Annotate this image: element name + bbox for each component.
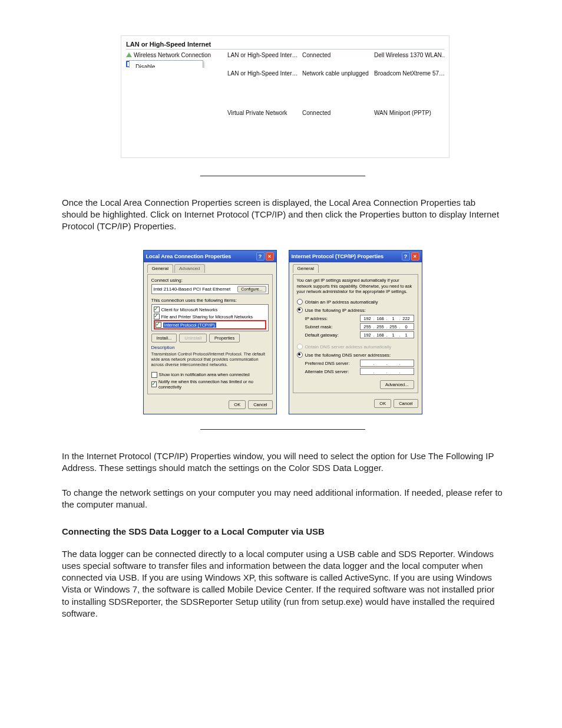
help-icon[interactable]: ? xyxy=(256,252,265,261)
gateway-field[interactable]: 192. 168. 1. 1 xyxy=(360,331,414,338)
conn-status: Connected xyxy=(302,52,373,58)
radio-manual-dns[interactable]: Use the following DNS server addresses: xyxy=(297,351,414,359)
tab-general[interactable]: General xyxy=(293,264,319,273)
items-label: This connection uses the following items… xyxy=(151,298,269,303)
list-item[interactable]: Client for Microsoft Networks xyxy=(154,306,266,313)
pref-dns-label: Preferred DNS server: xyxy=(305,361,350,366)
close-icon[interactable]: × xyxy=(411,252,419,261)
checkbox[interactable] xyxy=(154,307,160,312)
alt-dns-label: Alternate DNS server: xyxy=(305,369,349,374)
dlg-title: Local Area Connection Properties xyxy=(146,253,232,259)
conn-device: WAN Miniport (PPTP) xyxy=(374,110,445,116)
highlight-box: Internet Protocol (TCP/IP) xyxy=(154,320,266,330)
subnet-field[interactable]: 255. 255. 255. 0 xyxy=(360,323,414,330)
paragraph: To change the network settings on your c… xyxy=(62,487,503,511)
subnet-label: Subnet mask: xyxy=(305,324,333,330)
dlg-tcpip: Internet Protocol (TCP/IP) Properties ? … xyxy=(289,250,422,414)
wireless-icon xyxy=(126,52,132,57)
list-item[interactable]: File and Printer Sharing for Microsoft N… xyxy=(154,313,266,320)
alt-dns-field[interactable]: ... xyxy=(360,368,414,375)
net-heading: LAN or High-Speed Internet xyxy=(126,39,444,50)
description-text: Transmission Control Protocol/Internet P… xyxy=(151,351,269,367)
paragraph: The data logger can be connected directl… xyxy=(62,548,503,620)
paragraph: In the Internet Protocol (TCP/IP) Proper… xyxy=(62,450,503,475)
dlg-lacp: Local Area Connection Properties ? × Gen… xyxy=(143,250,277,414)
dlg-title: Internet Protocol (TCP/IP) Properties xyxy=(292,253,384,259)
cancel-button[interactable]: Cancel xyxy=(248,400,272,409)
list-item[interactable]: Internet Protocol (TCP/IP) xyxy=(156,321,265,328)
radio-manual-ip[interactable]: Use the following IP address: xyxy=(297,306,414,314)
checkbox[interactable] xyxy=(154,314,160,319)
checkbox[interactable] xyxy=(151,381,157,387)
context-menu: Disable Status Repair Bridge Connections… xyxy=(129,60,203,68)
properties-button[interactable]: Properties xyxy=(209,334,240,342)
conn-status: Network cable unplugged xyxy=(302,70,373,77)
conn-device: Dell Wireless 1370 WLAN… xyxy=(374,52,445,58)
rule xyxy=(200,429,365,430)
tab-general[interactable]: General xyxy=(147,264,173,273)
conn-type: Virtual Private Network xyxy=(227,110,301,116)
description-label: Description xyxy=(151,345,269,350)
install-button[interactable]: Install... xyxy=(151,334,177,342)
conn-status: Connected xyxy=(302,110,373,116)
tab-advanced[interactable]: Advanced xyxy=(174,264,205,273)
adapter-field: Intel 21140-Based PCI Fast Ethernet Conf… xyxy=(151,284,269,294)
opt-show-icon[interactable]: Show icon in notification area when conn… xyxy=(151,371,269,378)
gateway-label: Default gateway: xyxy=(305,332,339,338)
checkbox[interactable] xyxy=(156,322,161,328)
help-icon[interactable]: ? xyxy=(402,252,410,261)
opt-notify[interactable]: Notify me when this connection has limit… xyxy=(151,378,269,390)
connect-using-label: Connect using: xyxy=(151,278,269,283)
close-icon[interactable]: × xyxy=(266,252,274,261)
conn-type: LAN or High-Speed Inter… xyxy=(227,70,301,77)
conn-device: Broadcom NetXtreme 57… xyxy=(374,70,445,77)
advanced-button[interactable]: Advanced... xyxy=(380,380,414,389)
radio-auto-dns: Obtain DNS server address automatically xyxy=(297,342,414,351)
ok-button[interactable]: OK xyxy=(374,399,391,408)
info-text: You can get IP settings assigned automat… xyxy=(297,278,414,294)
uninstall-button: Uninstall xyxy=(179,334,207,342)
pref-dns-field[interactable]: ... xyxy=(360,360,414,367)
rule xyxy=(200,176,365,176)
ip-label: IP address: xyxy=(305,316,328,321)
connection-wireless[interactable]: Wireless Network Connection xyxy=(126,52,226,58)
conn-type: LAN or High-Speed Inter… xyxy=(227,52,301,58)
ctx-disable[interactable]: Disable xyxy=(131,62,201,68)
ok-button[interactable]: OK xyxy=(229,400,246,409)
checkbox[interactable] xyxy=(151,372,157,378)
cancel-button[interactable]: Cancel xyxy=(394,399,418,408)
paragraph: Once the Local Area Connection Propertie… xyxy=(62,197,503,233)
configure-button[interactable]: Configure... xyxy=(237,286,266,292)
network-connections-pane: LAN or High-Speed Internet Wireless Netw… xyxy=(121,35,449,158)
ip-address-field[interactable]: 192. 168. 1. 222 xyxy=(360,315,414,322)
section-heading: Connecting the SDS Data Logger to a Loca… xyxy=(62,526,503,536)
radio-auto-ip[interactable]: Obtain an IP address automatically xyxy=(297,298,414,306)
